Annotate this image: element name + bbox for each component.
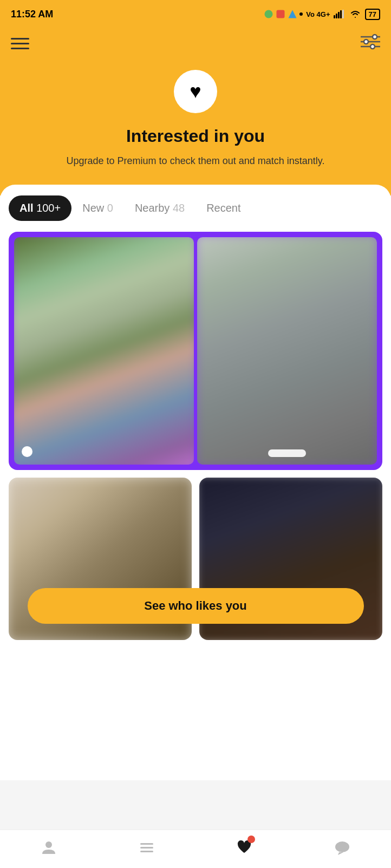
svg-point-18 [335, 841, 349, 852]
status-dot [299, 12, 303, 16]
filter-tabs: All 100+ New 0 Nearby 48 Recent [9, 195, 382, 221]
small-profiles-section: See who likes you [9, 478, 382, 640]
profile-card-2[interactable] [197, 237, 377, 465]
svg-rect-7 [342, 10, 344, 18]
status-bar: 11:52 AM Vo 4G+ 77 [0, 0, 391, 28]
menu-lines-icon [138, 839, 155, 856]
tab-all-count: 100+ [36, 202, 61, 214]
status-icons: Vo 4G+ 77 [264, 9, 380, 20]
app-icon-3 [288, 9, 297, 19]
nav-item-profile[interactable] [40, 839, 57, 856]
svg-rect-3 [334, 15, 335, 18]
tab-new[interactable]: New 0 [71, 195, 124, 221]
menu-button[interactable] [11, 38, 29, 49]
featured-profile-grid [9, 232, 382, 470]
notification-icons [264, 9, 303, 19]
top-navigation [11, 34, 380, 54]
tab-new-count: 0 [107, 202, 113, 214]
svg-point-14 [45, 841, 52, 848]
tab-nearby-count: 48 [173, 202, 185, 214]
bottom-navigation [0, 830, 391, 868]
see-who-likes-button[interactable]: See who likes you [28, 588, 364, 624]
profile-image-1 [14, 237, 194, 465]
profile-card-1[interactable] [14, 237, 194, 465]
svg-point-11 [364, 40, 368, 44]
profile-image-2 [197, 237, 377, 465]
svg-point-9 [373, 35, 377, 39]
nav-item-chat[interactable] [334, 839, 351, 856]
tab-recent[interactable]: Recent [196, 195, 251, 221]
card-bar-indicator [268, 449, 306, 457]
hero-section: ♥ Interested in you Upgrade to Premium t… [0, 28, 391, 195]
hero-title: Interested in you [11, 126, 380, 146]
signal-text: Vo 4G+ [306, 10, 330, 18]
status-time: 11:52 AM [11, 9, 53, 20]
hero-heart-circle: ♥ [174, 70, 217, 113]
app-icon-1 [264, 9, 273, 19]
likes-badge [247, 836, 255, 843]
svg-rect-5 [338, 12, 340, 18]
signal-bars-icon [334, 10, 346, 18]
nav-item-discover[interactable] [138, 839, 155, 856]
tab-all[interactable]: All 100+ [9, 195, 71, 221]
chat-icon [334, 839, 351, 856]
svg-rect-15 [140, 843, 153, 845]
svg-rect-1 [277, 10, 285, 18]
heart-icon: ♥ [190, 80, 201, 103]
hero-subtitle: Upgrade to Premium to check them out and… [11, 154, 380, 168]
svg-marker-2 [289, 10, 297, 18]
content-area: All 100+ New 0 Nearby 48 Recent [0, 185, 391, 780]
tab-nearby[interactable]: Nearby 48 [124, 195, 196, 221]
app-icon-2 [276, 9, 285, 19]
svg-rect-17 [140, 851, 153, 852]
wifi-icon [349, 9, 362, 19]
filter-sliders-icon [361, 34, 380, 50]
person-icon [40, 839, 57, 856]
svg-rect-4 [336, 14, 337, 18]
card-dot-indicator [22, 446, 32, 457]
nav-item-likes[interactable] [236, 838, 253, 857]
svg-point-0 [265, 10, 273, 18]
filter-button[interactable] [361, 34, 380, 54]
svg-point-13 [370, 44, 375, 49]
battery-indicator: 77 [365, 9, 380, 20]
svg-rect-16 [140, 847, 153, 849]
svg-rect-6 [340, 10, 342, 18]
